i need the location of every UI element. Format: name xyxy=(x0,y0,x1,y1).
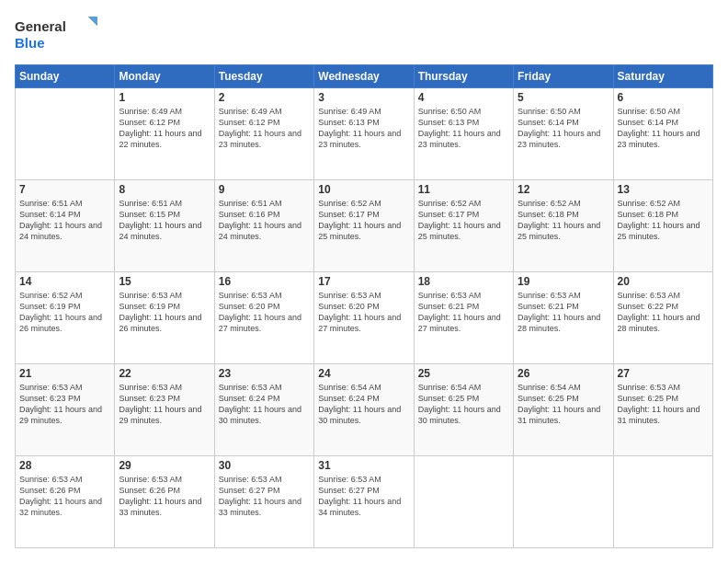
cell-info: Sunrise: 6:54 AMSunset: 6:24 PMDaylight:… xyxy=(318,382,409,427)
logo: General Blue xyxy=(15,15,97,55)
calendar-cell: 8Sunrise: 6:51 AMSunset: 6:15 PMDaylight… xyxy=(115,180,214,272)
day-number: 7 xyxy=(19,183,110,196)
logo-svg: General Blue xyxy=(15,15,97,55)
day-number: 18 xyxy=(418,275,509,288)
calendar-cell: 26Sunrise: 6:54 AMSunset: 6:25 PMDayligh… xyxy=(514,364,613,456)
calendar-cell: 25Sunrise: 6:54 AMSunset: 6:25 PMDayligh… xyxy=(414,364,513,456)
calendar-cell: 1Sunrise: 6:49 AMSunset: 6:12 PMDaylight… xyxy=(115,88,214,180)
calendar-cell: 2Sunrise: 6:49 AMSunset: 6:12 PMDaylight… xyxy=(214,88,313,180)
day-number: 3 xyxy=(318,91,409,104)
day-number: 15 xyxy=(119,275,210,288)
calendar-table: SundayMondayTuesdayWednesdayThursdayFrid… xyxy=(15,64,713,548)
day-number: 9 xyxy=(219,183,310,196)
day-number: 25 xyxy=(418,367,509,380)
calendar-cell: 31Sunrise: 6:53 AMSunset: 6:27 PMDayligh… xyxy=(314,456,414,548)
day-number: 6 xyxy=(618,91,709,104)
cell-info: Sunrise: 6:50 AMSunset: 6:13 PMDaylight:… xyxy=(418,106,509,151)
cell-info: Sunrise: 6:52 AMSunset: 6:18 PMDaylight:… xyxy=(518,198,609,243)
calendar-cell: 19Sunrise: 6:53 AMSunset: 6:21 PMDayligh… xyxy=(514,272,613,364)
cell-info: Sunrise: 6:53 AMSunset: 6:22 PMDaylight:… xyxy=(618,290,709,335)
day-number: 1 xyxy=(119,91,210,104)
calendar-cell: 16Sunrise: 6:53 AMSunset: 6:20 PMDayligh… xyxy=(214,272,313,364)
calendar-cell: 22Sunrise: 6:53 AMSunset: 6:23 PMDayligh… xyxy=(115,364,214,456)
calendar-cell: 9Sunrise: 6:51 AMSunset: 6:16 PMDaylight… xyxy=(214,180,313,272)
cell-info: Sunrise: 6:51 AMSunset: 6:16 PMDaylight:… xyxy=(219,198,310,243)
calendar-cell xyxy=(514,456,613,548)
weekday-header-tuesday: Tuesday xyxy=(214,65,313,88)
weekday-header-thursday: Thursday xyxy=(414,65,513,88)
cell-info: Sunrise: 6:53 AMSunset: 6:21 PMDaylight:… xyxy=(418,290,509,335)
calendar-cell: 4Sunrise: 6:50 AMSunset: 6:13 PMDaylight… xyxy=(414,88,513,180)
cell-info: Sunrise: 6:53 AMSunset: 6:21 PMDaylight:… xyxy=(518,290,609,335)
day-number: 21 xyxy=(19,367,110,380)
weekday-header-row: SundayMondayTuesdayWednesdayThursdayFrid… xyxy=(16,65,713,88)
weekday-header-wednesday: Wednesday xyxy=(314,65,414,88)
weekday-header-saturday: Saturday xyxy=(613,65,712,88)
day-number: 10 xyxy=(318,183,409,196)
cell-info: Sunrise: 6:52 AMSunset: 6:18 PMDaylight:… xyxy=(618,198,709,243)
calendar-week-1: 1Sunrise: 6:49 AMSunset: 6:12 PMDaylight… xyxy=(16,88,713,180)
cell-info: Sunrise: 6:53 AMSunset: 6:24 PMDaylight:… xyxy=(219,382,310,427)
cell-info: Sunrise: 6:53 AMSunset: 6:23 PMDaylight:… xyxy=(19,382,110,427)
day-number: 14 xyxy=(19,275,110,288)
calendar-cell: 5Sunrise: 6:50 AMSunset: 6:14 PMDaylight… xyxy=(514,88,613,180)
cell-info: Sunrise: 6:52 AMSunset: 6:19 PMDaylight:… xyxy=(19,290,110,335)
svg-text:Blue: Blue xyxy=(15,35,45,51)
cell-info: Sunrise: 6:54 AMSunset: 6:25 PMDaylight:… xyxy=(418,382,509,427)
cell-info: Sunrise: 6:50 AMSunset: 6:14 PMDaylight:… xyxy=(518,106,609,151)
page: General Blue SundayMondayTuesdayWednesda… xyxy=(0,0,728,563)
cell-info: Sunrise: 6:53 AMSunset: 6:20 PMDaylight:… xyxy=(219,290,310,335)
calendar-week-3: 14Sunrise: 6:52 AMSunset: 6:19 PMDayligh… xyxy=(16,272,713,364)
calendar-week-5: 28Sunrise: 6:53 AMSunset: 6:26 PMDayligh… xyxy=(16,456,713,548)
calendar-cell: 28Sunrise: 6:53 AMSunset: 6:26 PMDayligh… xyxy=(16,456,115,548)
cell-info: Sunrise: 6:53 AMSunset: 6:26 PMDaylight:… xyxy=(119,474,210,519)
day-number: 26 xyxy=(518,367,609,380)
calendar-cell: 29Sunrise: 6:53 AMSunset: 6:26 PMDayligh… xyxy=(115,456,214,548)
cell-info: Sunrise: 6:53 AMSunset: 6:20 PMDaylight:… xyxy=(318,290,409,335)
calendar-cell: 20Sunrise: 6:53 AMSunset: 6:22 PMDayligh… xyxy=(613,272,712,364)
cell-info: Sunrise: 6:53 AMSunset: 6:27 PMDaylight:… xyxy=(219,474,310,519)
weekday-header-sunday: Sunday xyxy=(16,65,115,88)
header: General Blue xyxy=(15,15,713,55)
calendar-week-2: 7Sunrise: 6:51 AMSunset: 6:14 PMDaylight… xyxy=(16,180,713,272)
svg-marker-3 xyxy=(88,17,97,26)
calendar-cell: 7Sunrise: 6:51 AMSunset: 6:14 PMDaylight… xyxy=(16,180,115,272)
day-number: 31 xyxy=(318,459,409,472)
day-number: 4 xyxy=(418,91,509,104)
calendar-cell: 27Sunrise: 6:53 AMSunset: 6:25 PMDayligh… xyxy=(613,364,712,456)
day-number: 29 xyxy=(119,459,210,472)
cell-info: Sunrise: 6:49 AMSunset: 6:12 PMDaylight:… xyxy=(219,106,310,151)
cell-info: Sunrise: 6:49 AMSunset: 6:13 PMDaylight:… xyxy=(318,106,409,151)
cell-info: Sunrise: 6:53 AMSunset: 6:27 PMDaylight:… xyxy=(318,474,409,519)
cell-info: Sunrise: 6:51 AMSunset: 6:14 PMDaylight:… xyxy=(19,198,110,243)
day-number: 8 xyxy=(119,183,210,196)
calendar-cell: 3Sunrise: 6:49 AMSunset: 6:13 PMDaylight… xyxy=(314,88,414,180)
cell-info: Sunrise: 6:54 AMSunset: 6:25 PMDaylight:… xyxy=(518,382,609,427)
day-number: 11 xyxy=(418,183,509,196)
day-number: 5 xyxy=(518,91,609,104)
cell-info: Sunrise: 6:53 AMSunset: 6:25 PMDaylight:… xyxy=(618,382,709,427)
day-number: 12 xyxy=(518,183,609,196)
day-number: 17 xyxy=(318,275,409,288)
day-number: 23 xyxy=(219,367,310,380)
cell-info: Sunrise: 6:49 AMSunset: 6:12 PMDaylight:… xyxy=(119,106,210,151)
day-number: 27 xyxy=(618,367,709,380)
calendar-cell: 13Sunrise: 6:52 AMSunset: 6:18 PMDayligh… xyxy=(613,180,712,272)
calendar-week-4: 21Sunrise: 6:53 AMSunset: 6:23 PMDayligh… xyxy=(16,364,713,456)
calendar-cell: 12Sunrise: 6:52 AMSunset: 6:18 PMDayligh… xyxy=(514,180,613,272)
calendar-cell: 11Sunrise: 6:52 AMSunset: 6:17 PMDayligh… xyxy=(414,180,513,272)
calendar-cell: 30Sunrise: 6:53 AMSunset: 6:27 PMDayligh… xyxy=(214,456,313,548)
calendar-cell xyxy=(16,88,115,180)
cell-info: Sunrise: 6:53 AMSunset: 6:19 PMDaylight:… xyxy=(119,290,210,335)
calendar-cell: 15Sunrise: 6:53 AMSunset: 6:19 PMDayligh… xyxy=(115,272,214,364)
cell-info: Sunrise: 6:52 AMSunset: 6:17 PMDaylight:… xyxy=(318,198,409,243)
svg-text:General: General xyxy=(15,18,66,34)
cell-info: Sunrise: 6:50 AMSunset: 6:14 PMDaylight:… xyxy=(618,106,709,151)
calendar-cell: 10Sunrise: 6:52 AMSunset: 6:17 PMDayligh… xyxy=(314,180,414,272)
day-number: 16 xyxy=(219,275,310,288)
day-number: 24 xyxy=(318,367,409,380)
cell-info: Sunrise: 6:53 AMSunset: 6:26 PMDaylight:… xyxy=(19,474,110,519)
day-number: 28 xyxy=(19,459,110,472)
calendar-cell: 21Sunrise: 6:53 AMSunset: 6:23 PMDayligh… xyxy=(16,364,115,456)
day-number: 2 xyxy=(219,91,310,104)
